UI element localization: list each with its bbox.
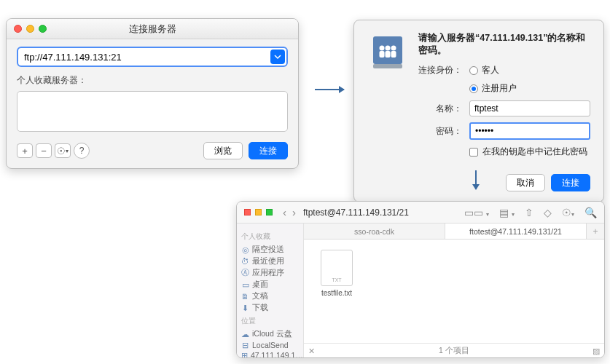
flow-arrow-icon bbox=[475, 170, 477, 189]
remove-favorite-button[interactable]: − bbox=[36, 143, 52, 158]
desktop-icon: ▭ bbox=[241, 280, 249, 289]
new-tab-button[interactable]: + bbox=[587, 223, 604, 239]
svg-rect-5 bbox=[386, 51, 391, 58]
file-icon bbox=[321, 250, 353, 286]
sb-icloud[interactable]: ☁iCloud 云盘 bbox=[241, 328, 299, 340]
disconnect-button[interactable]: ✕ bbox=[308, 347, 315, 355]
auth-prompt-text: 请输入服务器“47.111.149.131”的名称和密码。 bbox=[418, 32, 590, 57]
sb-favorites-head: 个人收藏 bbox=[241, 232, 299, 242]
file-area[interactable]: testfile.txt bbox=[304, 240, 604, 343]
guest-label: 客人 bbox=[482, 64, 499, 76]
document-icon: 🗎 bbox=[241, 292, 249, 301]
svg-rect-1 bbox=[373, 64, 402, 68]
action-menu-button[interactable]: ☉▾ bbox=[55, 143, 71, 158]
chevron-down-icon bbox=[274, 53, 281, 60]
sb-airdrop[interactable]: ◎隔空投送 bbox=[241, 244, 299, 256]
share-button[interactable]: ⇧ bbox=[525, 207, 533, 218]
browse-button[interactable]: 浏览 bbox=[203, 142, 243, 159]
registered-user-label: 注册用户 bbox=[482, 82, 517, 95]
sb-localsend[interactable]: ⊟LocalSend bbox=[241, 340, 299, 350]
sb-locations-head: 位置 bbox=[241, 317, 299, 326]
search-button[interactable]: 🔍 bbox=[584, 207, 597, 218]
sb-desktop[interactable]: ▭桌面 bbox=[241, 279, 299, 290]
sb-docs[interactable]: 🗎文稿 bbox=[241, 290, 299, 302]
finder-window: ‹ › ftptest@47.111.149.131/21 ▭▭ ▾ ▤ ▾ ⇧… bbox=[236, 201, 605, 358]
finder-toolbar: ‹ › ftptest@47.111.149.131/21 ▭▭ ▾ ▤ ▾ ⇧… bbox=[237, 202, 604, 223]
auth-connect-button[interactable]: 连接 bbox=[551, 174, 590, 191]
sb-recent[interactable]: ⏱最近使用 bbox=[241, 256, 299, 267]
password-label: 密码： bbox=[418, 125, 469, 138]
maximize-icon[interactable] bbox=[266, 209, 273, 215]
sb-apps[interactable]: Ⓐ应用程序 bbox=[241, 267, 299, 279]
titlebar: 连接服务器 bbox=[7, 19, 298, 39]
server-address-input[interactable] bbox=[17, 47, 288, 67]
status-bar: ✕ 1 个项目 ▨ bbox=[304, 343, 604, 357]
maximize-icon[interactable] bbox=[39, 25, 47, 33]
password-input[interactable] bbox=[469, 122, 590, 140]
minimize-icon[interactable] bbox=[255, 209, 262, 215]
server-icon bbox=[367, 32, 408, 73]
cloud-icon: ☁ bbox=[241, 330, 249, 339]
auth-dialog: 请输入服务器“47.111.149.131”的名称和密码。 连接身份： 客人 注… bbox=[353, 20, 604, 202]
finder-sidebar: 个人收藏 ◎隔空投送 ⏱最近使用 Ⓐ应用程序 ▭桌面 🗎文稿 ⬇下载 位置 ☁i… bbox=[237, 223, 304, 357]
tab-1[interactable]: sso-roa-cdk bbox=[304, 223, 445, 239]
apps-icon: Ⓐ bbox=[241, 268, 249, 278]
help-button[interactable]: ? bbox=[74, 143, 90, 159]
window-controls bbox=[244, 209, 273, 215]
resize-icon: ▨ bbox=[593, 347, 600, 355]
close-icon[interactable] bbox=[244, 209, 251, 215]
window-controls bbox=[14, 25, 47, 33]
disk-icon: ⊟ bbox=[241, 341, 249, 349]
close-icon[interactable] bbox=[14, 25, 22, 33]
cancel-button[interactable]: 取消 bbox=[506, 174, 545, 191]
forward-button[interactable]: › bbox=[292, 206, 296, 218]
tag-button[interactable]: ◇ bbox=[544, 207, 552, 218]
remember-checkbox[interactable] bbox=[469, 148, 478, 157]
back-button[interactable]: ‹ bbox=[283, 206, 286, 218]
identity-label: 连接身份： bbox=[418, 64, 469, 76]
download-icon: ⬇ bbox=[241, 304, 249, 312]
clock-icon: ⏱ bbox=[241, 257, 249, 266]
add-favorite-button[interactable]: + bbox=[17, 143, 33, 158]
remember-label: 在我的钥匙串中记住此密码 bbox=[482, 146, 587, 158]
minimize-icon[interactable] bbox=[26, 25, 34, 33]
svg-point-6 bbox=[391, 46, 396, 51]
favorites-label: 个人收藏服务器： bbox=[17, 74, 288, 87]
connect-server-window: 连接服务器 个人收藏服务器： + − ☉▾ ? 浏览 连接 bbox=[6, 18, 299, 169]
airdrop-icon: ◎ bbox=[241, 245, 249, 254]
history-dropdown-button[interactable] bbox=[270, 50, 285, 64]
svg-point-4 bbox=[386, 46, 391, 51]
file-item[interactable]: testfile.txt bbox=[314, 250, 359, 297]
svg-rect-7 bbox=[391, 51, 396, 58]
action-button[interactable]: ☉▾ bbox=[562, 207, 574, 218]
view-mode-button[interactable]: ▭▭ ▾ bbox=[464, 207, 489, 218]
tab-2[interactable]: ftotest@47.111.149.131/21 bbox=[445, 223, 587, 239]
path-title: ftptest@47.111.149.131/21 bbox=[303, 207, 409, 218]
sb-downloads[interactable]: ⬇下载 bbox=[241, 302, 299, 314]
guest-radio[interactable] bbox=[469, 66, 478, 75]
svg-point-2 bbox=[380, 46, 385, 51]
group-button[interactable]: ▤ ▾ bbox=[499, 207, 515, 218]
file-name: testfile.txt bbox=[314, 289, 359, 297]
username-input[interactable] bbox=[469, 100, 590, 116]
item-count: 1 个项目 bbox=[439, 346, 469, 356]
favorites-list[interactable] bbox=[17, 91, 288, 132]
connect-button[interactable]: 连接 bbox=[249, 142, 288, 159]
server-icon: ⊞ bbox=[241, 351, 248, 357]
sb-server[interactable]: ⊞47.111.149.1… bbox=[241, 350, 299, 357]
window-title: 连接服务器 bbox=[129, 23, 176, 36]
registered-user-radio[interactable] bbox=[469, 84, 478, 93]
flow-arrow-icon bbox=[315, 89, 344, 90]
svg-rect-3 bbox=[380, 51, 385, 58]
name-label: 名称： bbox=[418, 103, 469, 115]
